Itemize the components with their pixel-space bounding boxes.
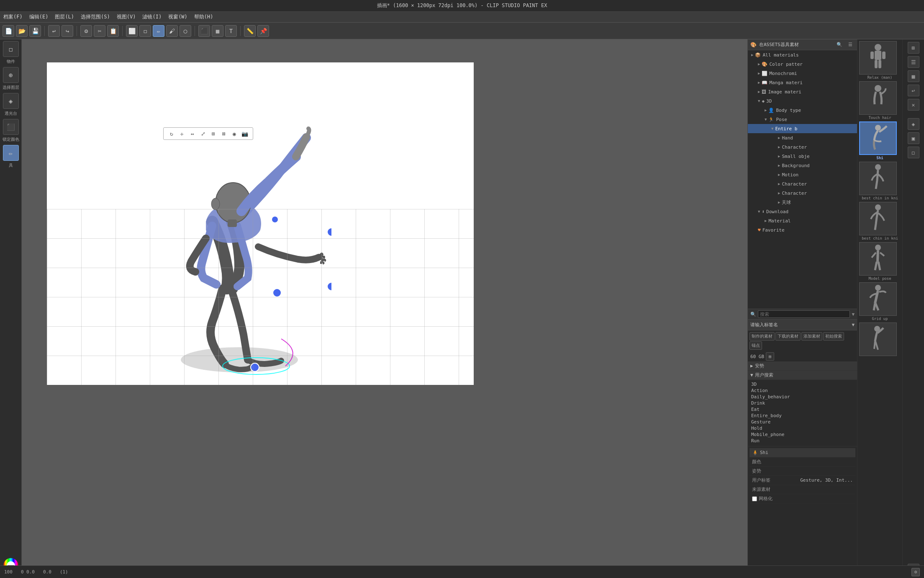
toolbar-save[interactable]: 💾 (29, 25, 41, 37)
toolbar-settings[interactable]: ⚙ (80, 25, 92, 37)
toolbar-lasso[interactable]: ◻ (139, 25, 151, 37)
thumb-best-chin-1[interactable]: best chin in kni (859, 162, 901, 200)
tree-all-materials[interactable]: ▶ 📦 All materials (748, 50, 857, 59)
toolbar-new[interactable]: 📄 (3, 25, 14, 37)
tool-select[interactable]: ◻ (3, 41, 19, 57)
prop-grid-check[interactable] (752, 496, 757, 501)
fig-tool-pose[interactable]: ◉ (230, 129, 239, 138)
thumb-grid-up[interactable]: Grid up (859, 282, 901, 321)
tag-drink[interactable]: Drink (751, 400, 854, 406)
tool-color-lock[interactable]: ⬛ (3, 119, 19, 135)
figure-3d[interactable] (147, 113, 331, 385)
tree-entire-body[interactable]: ▼ Entire b (748, 124, 857, 133)
pose-section-header[interactable]: ▶ 安勢 (748, 361, 857, 371)
fig-tool-grid[interactable]: ⊠ (219, 129, 228, 138)
asset-search-input[interactable] (758, 310, 850, 318)
tree-motion[interactable]: ▶ Motion (748, 170, 857, 179)
tag-eat[interactable]: Eat (751, 407, 854, 412)
fig-tool-perspective[interactable]: ⊞ (209, 129, 218, 138)
toolbar-pen[interactable]: ✏ (153, 25, 164, 37)
far-right-props[interactable]: ☰ (908, 56, 919, 68)
filter-downloaded[interactable]: 下载的素材 (775, 332, 801, 341)
menu-help[interactable]: 帮助(H) (194, 13, 213, 21)
far-right-grid[interactable]: ▣ (908, 132, 919, 144)
tag-action[interactable]: Action (751, 388, 854, 393)
prop-grid[interactable]: 网格化 (749, 494, 855, 503)
tree-small-obj[interactable]: ▶ Small obje (748, 152, 857, 161)
far-right-tools[interactable]: ⊞ (908, 42, 919, 54)
tree-background[interactable]: ▶ Background (748, 161, 857, 170)
asset-search-btn[interactable]: 🔍 (835, 41, 844, 49)
fig-tool-pan[interactable]: ↔ (188, 129, 197, 138)
toolbar-eraser[interactable]: ◯ (180, 25, 191, 37)
filter-add[interactable]: 添加素材 (801, 332, 822, 341)
tag-entire-body[interactable]: Entire_body (751, 413, 854, 418)
tag-hold[interactable]: Hold (751, 426, 854, 431)
toolbar-reference[interactable]: 📌 (257, 25, 269, 37)
filter-search[interactable]: 初始搜索 (823, 332, 844, 341)
thumb-best-chin-2[interactable]: best chin in kni (859, 202, 901, 240)
tree-character-1[interactable]: ▶ Character (748, 142, 857, 152)
far-right-layers[interactable]: ▦ (908, 70, 919, 82)
far-right-snap[interactable]: ◈ (908, 118, 919, 130)
toolbar-open[interactable]: 📂 (16, 25, 28, 37)
thumb-shi[interactable]: Shi (859, 121, 901, 160)
tree-color[interactable]: ▶ 🎨 Color patter (748, 59, 857, 69)
user-tags-section[interactable]: ▼ 用户搜索 (748, 371, 857, 380)
sort-btn[interactable]: ⊞ (766, 352, 774, 361)
tool-pen[interactable]: ✏ (3, 145, 19, 161)
tree-mono[interactable]: ▶ ⬜ Monochromi (748, 69, 857, 78)
menu-file[interactable]: 档案(F) (3, 13, 23, 21)
tag-run[interactable]: Run (751, 438, 854, 444)
tree-hand[interactable]: ▶ Hand (748, 133, 857, 142)
filter-created[interactable]: 制作的素材 (749, 332, 775, 341)
menu-window[interactable]: 视窗(W) (168, 13, 187, 21)
menu-select[interactable]: 选择范围(S) (81, 13, 110, 21)
search-expand[interactable]: ▼ (852, 312, 855, 317)
toolbar-copy[interactable]: 📋 (107, 25, 119, 37)
tree-manga[interactable]: ▶ 📖 Manga materi (748, 78, 857, 87)
tag-mobile[interactable]: Mobile_phone (751, 432, 854, 437)
tag-daily[interactable]: Daily_behavior (751, 394, 854, 400)
tree-favorite[interactable]: ♥ Favorite (748, 225, 857, 235)
status-settings[interactable]: ⚙ (911, 568, 920, 576)
thumb-model-pose[interactable]: Model pose (859, 242, 901, 281)
toolbar-ruler[interactable]: 📏 (244, 25, 256, 37)
asset-menu-btn[interactable]: ☰ (846, 41, 855, 49)
toolbar-text[interactable]: T (225, 25, 237, 37)
toolbar-transform[interactable]: ⬜ (126, 25, 138, 37)
menu-filter[interactable]: 滤镜(I) (142, 13, 162, 21)
tag-3d[interactable]: 3D (751, 382, 854, 387)
thumb-current[interactable] (859, 323, 901, 357)
toolbar-cut[interactable]: ✂ (94, 25, 105, 37)
tree-download[interactable]: ▼ ⬇ Download (748, 207, 857, 216)
far-right-history[interactable]: ↩ (908, 85, 919, 96)
far-right-close[interactable]: ✕ (908, 99, 919, 111)
thumb-touch-hair[interactable]: Touch hair (859, 81, 901, 120)
toolbar-redo[interactable]: ↪ (62, 25, 73, 37)
far-right-view[interactable]: ◻ (908, 147, 919, 158)
tree-pose[interactable]: ▼ 🏃 Pose (748, 115, 857, 124)
bottom-panel-expand[interactable]: ▼ (852, 322, 855, 328)
tool-lightbox[interactable]: ◈ (3, 93, 19, 109)
toolbar-gradient[interactable]: ▦ (212, 25, 223, 37)
filter-anchor[interactable]: 锚点 (749, 341, 762, 350)
fig-tool-camera[interactable]: 📷 (240, 129, 249, 138)
tree-celestial[interactable]: ▶ 天球 (748, 198, 857, 207)
tree-body-type[interactable]: ▶ 👤 Body type (748, 106, 857, 115)
toolbar-undo[interactable]: ↩ (48, 25, 60, 37)
fig-tool-rotate[interactable]: ↻ (167, 129, 176, 138)
tag-gesture[interactable]: Gesture (751, 419, 854, 425)
menu-edit[interactable]: 编辑(E) (29, 13, 49, 21)
tree-character-2[interactable]: ▶ Character (748, 179, 857, 188)
fig-tool-move[interactable]: ✛ (177, 129, 187, 138)
menu-layer[interactable]: 图层(L) (55, 13, 74, 21)
menu-view[interactable]: 视图(V) (117, 13, 136, 21)
tool-layer-select[interactable]: ⊕ (3, 67, 19, 83)
thumb-relax-man[interactable]: Relax (man) (859, 41, 901, 80)
tree-3d[interactable]: ▼ ◈ 3D (748, 96, 857, 106)
fig-tool-scale[interactable]: ⤢ (198, 129, 208, 138)
tree-image[interactable]: ▶ 🖼 Image materi (748, 87, 857, 96)
tree-material[interactable]: ▶ Material (748, 216, 857, 225)
toolbar-brush[interactable]: 🖌 (166, 25, 178, 37)
